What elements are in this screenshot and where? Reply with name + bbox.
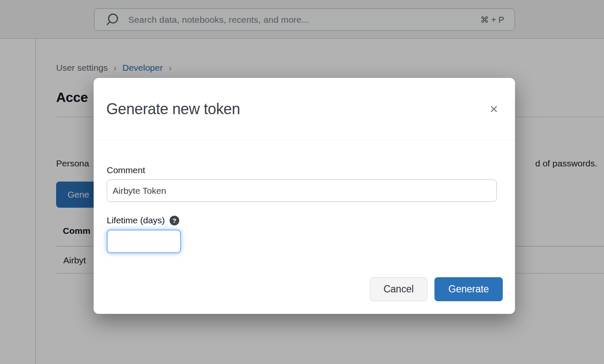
generate-button[interactable]: Generate xyxy=(434,277,503,301)
generate-token-modal: Generate new token × Comment Lifetime (d… xyxy=(94,78,515,314)
comment-label: Comment xyxy=(107,165,145,175)
cancel-button[interactable]: Cancel xyxy=(370,277,427,301)
help-icon[interactable]: ? xyxy=(170,216,179,225)
modal-title: Generate new token xyxy=(106,100,485,118)
lifetime-label-row: Lifetime (days) ? xyxy=(107,215,179,225)
lifetime-input[interactable] xyxy=(107,230,181,253)
lifetime-label: Lifetime (days) xyxy=(107,215,165,225)
comment-input[interactable] xyxy=(107,179,497,202)
modal-header: Generate new token × xyxy=(94,78,515,140)
close-icon[interactable]: × xyxy=(485,101,502,118)
